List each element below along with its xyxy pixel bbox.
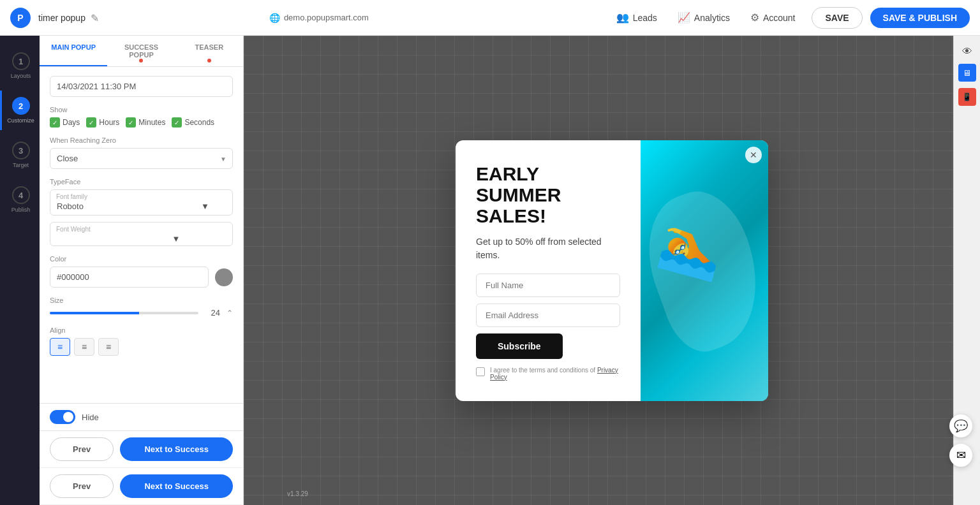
- url-text: demo.popupsmart.com: [284, 13, 369, 22]
- popup-preview: EARLY SUMMER SALES! Get up to 50% off fr…: [456, 140, 768, 401]
- success-tab-dot: [139, 59, 143, 62]
- step-publish[interactable]: 4 Publish: [0, 180, 40, 219]
- popup-fullname-input[interactable]: [476, 274, 620, 297]
- show-field-group: Show ✓ Days ✓ Hours ✓ Minutes: [50, 106, 233, 128]
- step-4-label: Publish: [11, 207, 31, 213]
- footer-row-2: Prev Next to Success: [40, 468, 243, 505]
- show-seconds: ✓ Seconds: [172, 117, 214, 128]
- font-weight-wrapper: Font Weight ▼: [50, 222, 233, 246]
- chat-icons: 💬 ✉: [949, 414, 972, 467]
- popup-subscribe-button[interactable]: Subscribe: [476, 333, 563, 359]
- color-swatch[interactable]: [215, 268, 233, 286]
- step-customize[interactable]: 2 Customize: [0, 91, 40, 130]
- color-group: Color #000000: [50, 255, 233, 288]
- when-reaching-zero-label: When Reaching Zero: [50, 136, 233, 144]
- typeface-group: TypeFace Font family Roboto ▼ Font Weigh…: [50, 178, 233, 246]
- step-2-number: 2: [12, 97, 30, 115]
- prev-button-1[interactable]: Prev: [50, 437, 114, 461]
- step-3-label: Target: [13, 162, 29, 168]
- typeface-label: TypeFace: [50, 178, 233, 186]
- nav-leads[interactable]: 👥 Leads: [607, 6, 666, 29]
- prev-button-2[interactable]: Prev: [50, 474, 114, 498]
- hide-row: Hide: [40, 403, 243, 430]
- when-reaching-zero-select-wrapper: Close Hide Restart ▼: [50, 148, 233, 169]
- when-reaching-zero-group: When Reaching Zero Close Hide Restart ▼: [50, 136, 233, 169]
- hide-toggle[interactable]: [50, 410, 75, 424]
- date-input[interactable]: [50, 76, 233, 97]
- footer-row-1: Prev Next to Success: [40, 431, 243, 468]
- font-family-wrapper: Font family Roboto ▼: [50, 189, 233, 216]
- show-label: Show: [50, 106, 233, 113]
- color-hex-input[interactable]: #000000: [50, 267, 209, 288]
- teaser-tab-dot: [207, 59, 211, 62]
- version-tag: v1.3.29: [287, 490, 308, 497]
- date-field-group: [50, 76, 233, 97]
- popup-content: EARLY SUMMER SALES! Get up to 50% off fr…: [476, 163, 620, 381]
- size-row: 24 ⌃: [50, 308, 233, 318]
- popup-close-button[interactable]: ✕: [745, 147, 762, 163]
- url-bar: 🌐 demo.popupsmart.com: [269, 13, 369, 23]
- edit-icon[interactable]: ✎: [91, 12, 102, 24]
- popup-right: ✕: [641, 140, 768, 401]
- size-arrows[interactable]: ⌃: [226, 309, 233, 318]
- popup-email-input[interactable]: [476, 304, 620, 327]
- nav-account[interactable]: ⚙ Account: [741, 6, 805, 29]
- when-reaching-zero-select[interactable]: Close Hide Restart: [50, 148, 233, 169]
- privacy-text: I agree to the terms and conditions of P…: [490, 367, 620, 381]
- preview-desktop-icon[interactable]: 🖥: [958, 64, 976, 82]
- hours-check[interactable]: ✓: [86, 117, 96, 128]
- panel-footer: Prev Next to Success Prev Next to Succes…: [40, 430, 243, 505]
- align-row: ≡ ≡ ≡: [50, 338, 233, 356]
- popup-privacy: I agree to the terms and conditions of P…: [476, 367, 620, 381]
- size-slider[interactable]: [50, 312, 198, 314]
- popup-title: EARLY SUMMER SALES!: [476, 163, 620, 226]
- tab-success-popup[interactable]: SUCCESS POPUP: [107, 36, 175, 66]
- privacy-checkbox[interactable]: [476, 367, 485, 376]
- account-icon: ⚙: [750, 11, 759, 24]
- show-hours: ✓ Hours: [86, 117, 119, 128]
- panel-tabs: MAIN POPUP SUCCESS POPUP TEASER: [40, 36, 243, 67]
- chat-icon-1[interactable]: 💬: [949, 414, 972, 437]
- tab-main-popup[interactable]: MAIN POPUP: [40, 36, 107, 66]
- align-label: Align: [50, 326, 233, 334]
- show-days: ✓ Days: [50, 117, 80, 128]
- tab-teaser[interactable]: TEASER: [175, 36, 243, 66]
- align-left-button[interactable]: ≡: [50, 338, 70, 356]
- save-publish-button[interactable]: SAVE & PUBLISH: [870, 8, 970, 28]
- font-family-sublabel: Font family: [56, 193, 87, 200]
- panel-content: Show ✓ Days ✓ Hours ✓ Minutes: [40, 67, 243, 403]
- popup-subtitle: Get up to 50% off from selected items.: [476, 235, 620, 262]
- project-info: timer popup ✎: [38, 12, 262, 24]
- size-value: 24: [205, 308, 220, 318]
- logo[interactable]: P: [10, 8, 31, 28]
- nav-analytics[interactable]: 📈 Analytics: [669, 6, 739, 29]
- seconds-check[interactable]: ✓: [172, 117, 182, 128]
- size-label: Size: [50, 296, 233, 304]
- settings-panel: MAIN POPUP SUCCESS POPUP TEASER Show: [40, 36, 244, 505]
- align-center-button[interactable]: ≡: [74, 338, 94, 356]
- align-right-button[interactable]: ≡: [98, 338, 119, 356]
- preview-mobile-icon[interactable]: 📱: [958, 88, 976, 106]
- top-nav: 👥 Leads 📈 Analytics ⚙ Account: [607, 6, 805, 29]
- align-group: Align ≡ ≡ ≡: [50, 326, 233, 356]
- next-button-1[interactable]: Next to Success: [120, 437, 233, 461]
- next-button-2[interactable]: Next to Success: [120, 474, 233, 498]
- main-layout: 1 Layouts 2 Customize 3 Target 4 Publish…: [0, 36, 980, 505]
- popup-image: [641, 140, 768, 401]
- steps-sidebar: 1 Layouts 2 Customize 3 Target 4 Publish: [0, 36, 40, 505]
- chat-icon-2[interactable]: ✉: [949, 444, 972, 467]
- step-target[interactable]: 3 Target: [0, 135, 40, 175]
- days-check[interactable]: ✓: [50, 117, 60, 128]
- preview-eye-icon[interactable]: 👁: [962, 46, 972, 57]
- canvas: EARLY SUMMER SALES! Get up to 50% off fr…: [244, 36, 980, 505]
- step-2-label: Customize: [7, 117, 34, 124]
- size-group: Size 24 ⌃: [50, 296, 233, 318]
- leads-icon: 👥: [616, 11, 629, 24]
- minutes-check[interactable]: ✓: [126, 117, 136, 128]
- color-label: Color: [50, 255, 233, 263]
- analytics-icon: 📈: [678, 11, 690, 24]
- step-3-number: 3: [12, 142, 30, 159]
- save-button[interactable]: SAVE: [812, 7, 862, 29]
- step-layouts[interactable]: 1 Layouts: [0, 46, 40, 85]
- topbar: P timer popup ✎ 🌐 demo.popupsmart.com 👥 …: [0, 0, 980, 36]
